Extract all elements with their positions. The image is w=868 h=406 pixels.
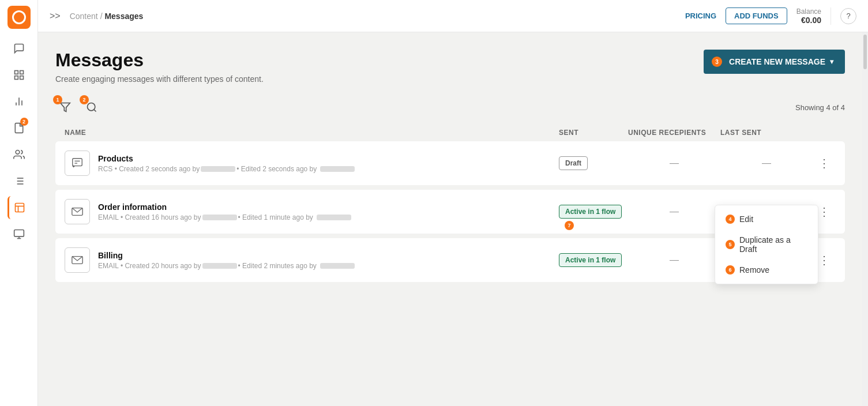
svg-rect-1	[20, 71, 23, 74]
sidebar-icon-analytics[interactable]	[7, 90, 31, 113]
msg-info-order: Order information EMAIL • Created 16 hou…	[65, 199, 559, 224]
balance-label: Balance	[796, 7, 821, 16]
balance-amount: €0.00	[796, 16, 821, 25]
svg-rect-17	[14, 230, 24, 237]
table-header: Name Sent Unique recepients Last sent	[55, 124, 845, 141]
editor-blur-1	[320, 166, 355, 172]
msg-details-order: Order information EMAIL • Created 16 hou…	[98, 202, 351, 221]
col-unique: Unique recepients	[628, 129, 720, 137]
page-title-area: Messages Create engaging messages with d…	[55, 50, 264, 84]
filter-badge: 1	[53, 95, 62, 104]
msg-info-products: Products RCS • Created 2 seconds ago by …	[65, 151, 559, 176]
sidebar: 2	[0, 0, 38, 406]
remove-badge: 6	[726, 265, 735, 275]
duplicate-menu-item[interactable]: 5 Duplicate as a Draft	[715, 230, 818, 260]
expand-icon[interactable]: >>	[50, 11, 61, 21]
help-button[interactable]: ?	[840, 8, 856, 24]
email-icon-order	[65, 199, 90, 224]
status-badge-draft: Draft	[559, 156, 588, 170]
edit-menu-item[interactable]: 4 Edit	[715, 209, 818, 230]
scrollbar-track[interactable]	[862, 32, 868, 406]
more-options-order[interactable]: ⋮ 4 Edit 5 Duplicate as a Draft 6	[813, 205, 836, 219]
msg-meta-order: EMAIL • Created 16 hours ago by • Edited…	[98, 213, 351, 221]
chevron-down-icon: ▾	[830, 58, 833, 66]
breadcrumb-prefix: Content	[70, 12, 98, 21]
msg-name-products: Products	[98, 154, 355, 163]
editor-blur-3	[320, 263, 355, 269]
documents-badge: 2	[20, 118, 28, 126]
col-actions	[813, 129, 836, 137]
sidebar-icon-lists[interactable]	[7, 170, 31, 193]
filter-button[interactable]: 1	[55, 97, 75, 117]
sidebar-icon-audience[interactable]	[7, 143, 31, 166]
msg-name-billing: Billing	[98, 251, 355, 260]
status-badge-active-order: Active in 1 flow	[559, 205, 622, 219]
duplicate-badge: 5	[726, 240, 735, 249]
author-blur-3	[202, 263, 237, 269]
svg-line-22	[94, 110, 96, 112]
svg-rect-2	[20, 76, 23, 80]
context-menu: 4 Edit 5 Duplicate as a Draft 6 Remove	[715, 205, 818, 284]
svg-point-21	[88, 103, 95, 111]
sidebar-icon-documents[interactable]: 2	[7, 116, 31, 140]
msg-status-billing: Active in 1 flow	[559, 253, 628, 267]
breadcrumb: Content / Messages	[70, 12, 676, 21]
search-button[interactable]: 2	[82, 97, 102, 117]
col-sent: Sent	[559, 129, 628, 137]
msg-name-order: Order information	[98, 202, 351, 212]
msg-status-products: Draft	[559, 156, 628, 170]
pricing-link[interactable]: PRICING	[685, 12, 716, 20]
page-subtitle: Create engaging messages with different …	[55, 74, 264, 84]
balance-display: Balance €0.00	[796, 7, 821, 25]
sidebar-icon-chat[interactable]	[7, 37, 31, 60]
status-badge-active-billing: Active in 1 flow	[559, 253, 622, 267]
create-button-badge: 3	[712, 57, 722, 67]
msg-meta-products: RCS • Created 2 seconds ago by • Edited …	[98, 165, 355, 173]
msg-details-billing: Billing EMAIL • Created 20 hours ago by …	[98, 251, 355, 270]
edit-label: Edit	[739, 215, 753, 224]
filter-bar: 1 2 Showing 4 of 4	[55, 97, 845, 117]
svg-rect-0	[14, 71, 18, 74]
svg-rect-14	[16, 204, 24, 212]
sent-order: —	[628, 206, 720, 217]
sidebar-icon-content[interactable]	[7, 196, 31, 219]
sent-billing: —	[628, 255, 720, 265]
message-row-order: Order information EMAIL • Created 16 hou…	[55, 190, 845, 234]
col-name: Name	[65, 129, 559, 137]
sidebar-icon-flows[interactable]	[7, 63, 31, 87]
msg-info-billing: Billing EMAIL • Created 20 hours ago by …	[65, 247, 559, 273]
brand-logo[interactable]	[7, 6, 31, 29]
col-last-sent: Last sent	[720, 129, 813, 137]
rcs-icon	[65, 151, 90, 176]
msg-status-order: Active in 1 flow 7	[559, 205, 628, 219]
remove-label: Remove	[739, 265, 769, 275]
sidebar-icon-settings[interactable]	[7, 223, 31, 246]
add-funds-button[interactable]: ADD FUNDS	[726, 7, 787, 24]
scrollbar-thumb[interactable]	[863, 35, 867, 69]
page-header: Messages Create engaging messages with d…	[55, 50, 845, 84]
search-badge: 2	[80, 95, 89, 104]
create-new-message-button[interactable]: 3 CREATE NEW MESSAGE ▾	[704, 50, 845, 74]
svg-point-7	[16, 151, 20, 155]
editor-blur-2	[317, 215, 351, 220]
sent-products: —	[628, 158, 720, 168]
svg-marker-20	[61, 103, 70, 112]
showing-count: Showing 4 of 4	[795, 103, 845, 112]
author-blur-2	[202, 215, 237, 220]
email-icon-billing	[65, 247, 90, 273]
filter-icons: 1 2	[55, 97, 102, 117]
create-button-label: CREATE NEW MESSAGE	[729, 57, 825, 66]
svg-rect-3	[14, 76, 18, 80]
flow-badge-7: 7	[565, 221, 574, 230]
remove-menu-item[interactable]: 6 Remove	[715, 260, 818, 280]
breadcrumb-current: Messages	[104, 12, 143, 21]
duplicate-label: Duplicate as a Draft	[739, 235, 807, 254]
unique-products: —	[720, 158, 813, 168]
message-row-products: Products RCS • Created 2 seconds ago by …	[55, 141, 845, 185]
topbar-divider	[831, 7, 831, 25]
edit-badge: 4	[726, 215, 735, 224]
svg-rect-23	[73, 159, 82, 166]
more-options-products[interactable]: ⋮	[813, 156, 836, 170]
page-title: Messages	[55, 50, 264, 71]
topbar: >> Content / Messages PRICING ADD FUNDS …	[38, 0, 868, 32]
